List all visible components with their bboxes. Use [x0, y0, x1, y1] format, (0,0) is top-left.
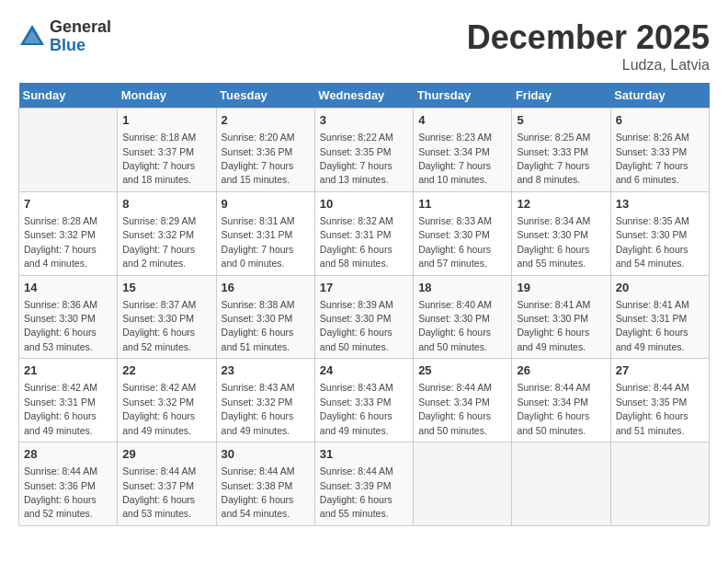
day-number: 30	[222, 446, 310, 463]
cell-info: Sunrise: 8:20 AMSunset: 3:36 PMDaylight:…	[222, 132, 295, 185]
cell-info: Sunrise: 8:29 AMSunset: 3:32 PMDaylight:…	[122, 215, 196, 269]
cell-info: Sunrise: 8:44 AMSunset: 3:34 PMDaylight:…	[418, 382, 492, 435]
calendar-cell: 13Sunrise: 8:35 AMSunset: 3:30 PMDayligh…	[610, 191, 709, 275]
day-number: 25	[418, 362, 506, 379]
header-cell-thursday: Thursday	[414, 83, 512, 109]
calendar-cell: 26Sunrise: 8:44 AMSunset: 3:34 PMDayligh…	[512, 359, 610, 442]
header-cell-tuesday: Tuesday	[216, 83, 314, 109]
cell-info: Sunrise: 8:23 AMSunset: 3:34 PMDaylight:…	[418, 132, 492, 185]
day-number: 17	[320, 280, 408, 296]
cell-info: Sunrise: 8:43 AMSunset: 3:32 PMDaylight:…	[222, 382, 295, 435]
calendar-cell: 21Sunrise: 8:42 AMSunset: 3:31 PMDayligh…	[19, 359, 118, 442]
day-number: 10	[320, 196, 408, 213]
calendar-cell: 7Sunrise: 8:28 AMSunset: 3:32 PMDaylight…	[19, 191, 118, 275]
month-title: December 2025	[467, 18, 710, 57]
calendar-cell: 15Sunrise: 8:37 AMSunset: 3:30 PMDayligh…	[118, 275, 216, 359]
cell-info: Sunrise: 8:44 AMSunset: 3:36 PMDaylight:…	[24, 465, 97, 519]
day-number: 11	[418, 196, 506, 213]
calendar-cell: 20Sunrise: 8:41 AMSunset: 3:31 PMDayligh…	[610, 275, 709, 359]
day-number: 3	[320, 112, 408, 129]
day-number: 6	[616, 112, 704, 129]
header-cell-friday: Friday	[512, 83, 610, 109]
calendar-cell: 2Sunrise: 8:20 AMSunset: 3:36 PMDaylight…	[216, 109, 314, 192]
header-cell-saturday: Saturday	[610, 83, 709, 109]
week-row-3: 14Sunrise: 8:36 AMSunset: 3:30 PMDayligh…	[19, 275, 710, 359]
day-number: 29	[122, 446, 210, 463]
calendar-cell: 11Sunrise: 8:33 AMSunset: 3:30 PMDayligh…	[414, 191, 512, 275]
header-cell-sunday: Sunday	[19, 83, 118, 109]
logo-general-text: General	[50, 18, 111, 37]
calendar-cell	[19, 109, 118, 192]
calendar-cell: 23Sunrise: 8:43 AMSunset: 3:32 PMDayligh…	[216, 359, 314, 442]
calendar-cell: 8Sunrise: 8:29 AMSunset: 3:32 PMDaylight…	[118, 191, 216, 275]
cell-info: Sunrise: 8:38 AMSunset: 3:30 PMDaylight:…	[222, 299, 295, 352]
cell-info: Sunrise: 8:42 AMSunset: 3:32 PMDaylight:…	[122, 382, 196, 435]
cell-info: Sunrise: 8:26 AMSunset: 3:33 PMDaylight:…	[616, 132, 689, 185]
calendar-cell: 24Sunrise: 8:43 AMSunset: 3:33 PMDayligh…	[314, 359, 413, 442]
calendar-cell: 14Sunrise: 8:36 AMSunset: 3:30 PMDayligh…	[19, 275, 118, 359]
header-row: SundayMondayTuesdayWednesdayThursdayFrid…	[19, 83, 710, 109]
day-number: 21	[24, 362, 112, 379]
cell-info: Sunrise: 8:33 AMSunset: 3:30 PMDaylight:…	[418, 215, 492, 269]
day-number: 20	[616, 280, 704, 296]
cell-info: Sunrise: 8:43 AMSunset: 3:33 PMDaylight:…	[320, 382, 393, 435]
cell-info: Sunrise: 8:18 AMSunset: 3:37 PMDaylight:…	[122, 132, 196, 185]
calendar-cell: 29Sunrise: 8:44 AMSunset: 3:37 PMDayligh…	[118, 442, 216, 526]
day-number: 15	[122, 280, 210, 296]
calendar-cell: 18Sunrise: 8:40 AMSunset: 3:30 PMDayligh…	[414, 275, 512, 359]
day-number: 19	[517, 280, 605, 296]
cell-info: Sunrise: 8:35 AMSunset: 3:30 PMDaylight:…	[616, 215, 689, 269]
calendar-cell: 28Sunrise: 8:44 AMSunset: 3:36 PMDayligh…	[19, 442, 118, 526]
day-number: 4	[418, 112, 506, 129]
calendar-cell: 4Sunrise: 8:23 AMSunset: 3:34 PMDaylight…	[414, 109, 512, 192]
day-number: 5	[517, 112, 605, 129]
logo: General Blue	[18, 18, 111, 55]
day-number: 9	[222, 196, 310, 213]
day-number: 31	[320, 446, 408, 463]
cell-info: Sunrise: 8:41 AMSunset: 3:30 PMDaylight:…	[517, 299, 590, 352]
week-row-4: 21Sunrise: 8:42 AMSunset: 3:31 PMDayligh…	[19, 359, 710, 442]
cell-info: Sunrise: 8:37 AMSunset: 3:30 PMDaylight:…	[122, 299, 196, 352]
logo-icon	[18, 23, 46, 51]
calendar-cell: 3Sunrise: 8:22 AMSunset: 3:35 PMDaylight…	[314, 109, 413, 192]
week-row-1: 1Sunrise: 8:18 AMSunset: 3:37 PMDaylight…	[19, 109, 710, 192]
calendar-cell: 17Sunrise: 8:39 AMSunset: 3:30 PMDayligh…	[314, 275, 413, 359]
cell-info: Sunrise: 8:40 AMSunset: 3:30 PMDaylight:…	[418, 299, 492, 352]
cell-info: Sunrise: 8:22 AMSunset: 3:35 PMDaylight:…	[320, 132, 393, 185]
calendar-table: SundayMondayTuesdayWednesdayThursdayFrid…	[18, 83, 710, 526]
day-number: 7	[24, 196, 112, 213]
calendar-cell: 9Sunrise: 8:31 AMSunset: 3:31 PMDaylight…	[216, 191, 314, 275]
calendar-cell: 6Sunrise: 8:26 AMSunset: 3:33 PMDaylight…	[610, 109, 709, 192]
cell-info: Sunrise: 8:42 AMSunset: 3:31 PMDaylight:…	[24, 382, 97, 435]
calendar-cell	[610, 442, 709, 526]
calendar-cell: 27Sunrise: 8:44 AMSunset: 3:35 PMDayligh…	[610, 359, 709, 442]
cell-info: Sunrise: 8:44 AMSunset: 3:39 PMDaylight:…	[320, 465, 393, 519]
day-number: 24	[320, 362, 408, 379]
logo-blue-text: Blue	[50, 37, 111, 55]
day-number: 23	[222, 362, 310, 379]
location: Ludza, Latvia	[467, 57, 710, 74]
cell-info: Sunrise: 8:44 AMSunset: 3:38 PMDaylight:…	[222, 465, 295, 519]
header-cell-wednesday: Wednesday	[314, 83, 413, 109]
day-number: 12	[517, 196, 605, 213]
calendar-cell: 1Sunrise: 8:18 AMSunset: 3:37 PMDaylight…	[118, 109, 216, 192]
cell-info: Sunrise: 8:25 AMSunset: 3:33 PMDaylight:…	[517, 132, 590, 185]
calendar-cell	[512, 442, 610, 526]
calendar-cell: 22Sunrise: 8:42 AMSunset: 3:32 PMDayligh…	[118, 359, 216, 442]
day-number: 16	[222, 280, 310, 296]
day-number: 26	[517, 362, 605, 379]
header-cell-monday: Monday	[118, 83, 216, 109]
day-number: 28	[24, 446, 112, 463]
page-header: General Blue December 2025 Ludza, Latvia	[18, 18, 710, 74]
calendar-cell: 30Sunrise: 8:44 AMSunset: 3:38 PMDayligh…	[216, 442, 314, 526]
cell-info: Sunrise: 8:44 AMSunset: 3:37 PMDaylight:…	[122, 465, 196, 519]
day-number: 18	[418, 280, 506, 296]
cell-info: Sunrise: 8:39 AMSunset: 3:30 PMDaylight:…	[320, 299, 393, 352]
calendar-cell: 12Sunrise: 8:34 AMSunset: 3:30 PMDayligh…	[512, 191, 610, 275]
week-row-2: 7Sunrise: 8:28 AMSunset: 3:32 PMDaylight…	[19, 191, 710, 275]
calendar-cell: 10Sunrise: 8:32 AMSunset: 3:31 PMDayligh…	[314, 191, 413, 275]
day-number: 8	[122, 196, 210, 213]
calendar-cell: 31Sunrise: 8:44 AMSunset: 3:39 PMDayligh…	[314, 442, 413, 526]
calendar-cell: 16Sunrise: 8:38 AMSunset: 3:30 PMDayligh…	[216, 275, 314, 359]
day-number: 1	[122, 112, 210, 129]
